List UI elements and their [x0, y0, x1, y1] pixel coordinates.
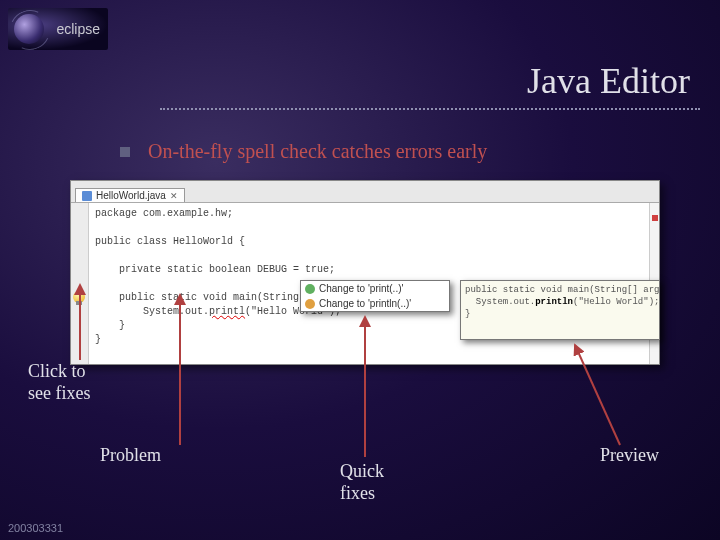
arrow-click — [70, 280, 110, 370]
bullet-text: On-the-fly spell check catches errors ea… — [148, 140, 487, 163]
arrow-quickfix — [355, 312, 385, 462]
change-icon — [305, 299, 315, 309]
callout-problem: Problem — [100, 445, 161, 466]
bullet-square-icon — [120, 147, 130, 157]
page-title: Java Editor — [527, 60, 690, 102]
quickfix-item[interactable]: Change to 'print(..)' — [301, 281, 449, 296]
quickfix-label: Change to 'println(..)' — [319, 298, 411, 309]
logo-orb-icon — [14, 14, 44, 44]
arrow-problem — [170, 290, 200, 450]
callout-quick-fixes: Quick fixes — [340, 460, 420, 504]
close-icon[interactable]: ✕ — [170, 191, 178, 201]
quickfix-popup: Change to 'print(..)' Change to 'println… — [300, 280, 450, 312]
eclipse-logo: eclipse — [8, 8, 108, 50]
logo-text: eclipse — [56, 21, 100, 37]
title-divider — [160, 108, 700, 110]
editor-tab[interactable]: HelloWorld.java ✕ — [75, 188, 185, 202]
change-icon — [305, 284, 315, 294]
error-marker[interactable] — [652, 215, 658, 221]
quickfix-label: Change to 'print(..)' — [319, 283, 403, 294]
svg-line-3 — [575, 345, 620, 445]
bullet-row: On-the-fly spell check catches errors ea… — [120, 140, 487, 163]
quickfix-item[interactable]: Change to 'println(..)' — [301, 296, 449, 311]
preview-popup: public static void main(String[] args){ … — [460, 280, 660, 340]
footer-id: 200303331 — [8, 522, 63, 534]
tab-label: HelloWorld.java — [96, 190, 166, 201]
editor-tab-bar: HelloWorld.java ✕ — [71, 181, 659, 203]
arrow-preview — [570, 340, 630, 450]
java-file-icon — [82, 191, 92, 201]
